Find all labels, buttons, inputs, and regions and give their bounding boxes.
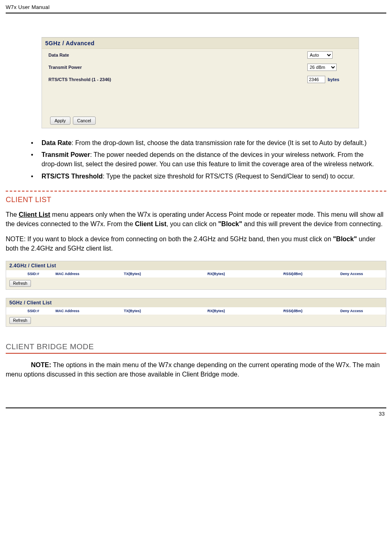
bullet-data-rate-text: : From the drop-down list, choose the da…: [72, 139, 367, 146]
bullet-data-rate-strong: Data Rate: [42, 139, 72, 146]
advanced-panel: 5GHz / Advanced Data Rate Auto Transmit …: [42, 37, 359, 128]
data-rate-select[interactable]: Auto: [307, 51, 333, 59]
col-tx-5: TX(Bytes): [124, 309, 207, 313]
client-list-5ghz-panel: 5GHz / Client List SSID:# MAC Address TX…: [6, 298, 386, 327]
col-ssid: SSID:#: [6, 272, 55, 276]
page-footer: 33: [6, 407, 386, 423]
bullet-transmit-power-text-a: : The power needed depends on the: [90, 151, 196, 158]
client-list-term-2: Client List: [135, 220, 166, 227]
block-term-2: "Block": [333, 236, 357, 242]
client-list-heading: CLIENT LIST: [6, 191, 386, 204]
doc-header: W7x User Manual: [6, 4, 386, 13]
bullet-transmit-power-strong: Transmit Power: [42, 151, 90, 158]
page-number: 33: [379, 411, 385, 417]
refresh-button-24ghz[interactable]: Refresh: [9, 280, 31, 287]
col-ssid-5: SSID:#: [6, 309, 55, 313]
apply-button[interactable]: Apply: [50, 117, 70, 125]
client-list-5ghz-title: 5GHz / Client List: [6, 298, 386, 307]
rts-threshold-input[interactable]: [307, 76, 325, 83]
col-mac-5: MAC Address: [55, 309, 124, 313]
client-list-24ghz-title: 2.4GHz / Client List: [6, 261, 386, 270]
client-list-note: NOTE: If you want to block a device from…: [6, 234, 386, 253]
bullet-rts-text: : Type the packet size threshold for RTS…: [103, 173, 355, 180]
header-title-part1: W7x User: [6, 4, 31, 10]
bullet-rts-strong: RTS/CTS Threshold: [42, 173, 103, 180]
col-mac: MAC Address: [55, 272, 124, 276]
client-list-5ghz-header: SSID:# MAC Address TX(Bytes) RX(Bytes) R…: [6, 307, 386, 315]
bullet-list: Data Rate: From the drop-down list, choo…: [6, 138, 386, 181]
client-bridge-note: NOTE: The options in the main menu of th…: [6, 360, 386, 379]
header-title-m: M: [31, 4, 36, 10]
client-list-paragraph-1: The Client List menu appears only when t…: [6, 210, 386, 229]
rts-threshold-label: RTS/CTS Threshold (1 - 2346): [48, 77, 307, 82]
note-label: NOTE:: [31, 361, 51, 368]
bullet-rts: RTS/CTS Threshold: Type the packet size …: [31, 172, 379, 181]
col-rssi-5: RSSI(dBm): [283, 309, 340, 313]
col-deny: Deny Access: [340, 272, 386, 276]
data-rate-label: Data Rate: [48, 53, 307, 57]
client-list-24ghz-header: SSID:# MAC Address TX(Bytes) RX(Bytes) R…: [6, 270, 386, 278]
rts-unit-label: bytes: [328, 77, 339, 82]
client-list-24ghz-panel: 2.4GHz / Client List SSID:# MAC Address …: [6, 261, 386, 290]
note-text: The options in the main menu of the W7x …: [6, 361, 380, 378]
col-tx: TX(Bytes): [124, 272, 207, 276]
col-deny-5: Deny Access: [340, 309, 386, 313]
refresh-button-5ghz[interactable]: Refresh: [9, 317, 31, 324]
header-title-part2: anual: [36, 4, 50, 10]
col-rx-5: RX(Bytes): [207, 309, 283, 313]
transmit-power-label: Transmit Power: [48, 65, 307, 70]
col-rx: RX(Bytes): [207, 272, 283, 276]
cancel-button[interactable]: Cancel: [73, 117, 96, 125]
client-bridge-mode-heading: CLIENT BRIDGE MODE: [6, 342, 386, 354]
bullet-transmit-power: Transmit Power: The power needed depends…: [31, 150, 379, 169]
block-term-1: "Block": [218, 220, 242, 227]
advanced-panel-title: 5GHz / Advanced: [42, 37, 359, 49]
bullet-data-rate: Data Rate: From the drop-down list, choo…: [31, 138, 379, 148]
transmit-power-select[interactable]: 26 dBm: [307, 64, 337, 71]
col-rssi: RSSI(dBm): [283, 272, 340, 276]
client-list-term-1: Client List: [19, 211, 50, 218]
